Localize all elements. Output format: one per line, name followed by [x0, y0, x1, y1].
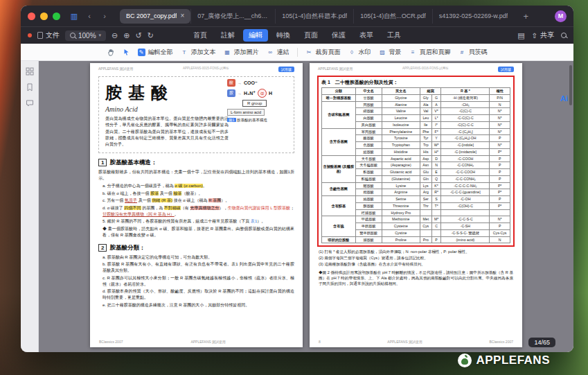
table-cell: -C-[C₆H₅] — [441, 128, 490, 135]
zoom-out-button[interactable]: ⊖ — [112, 32, 118, 40]
table-cell: -C-C(C)-C — [441, 115, 490, 122]
tool-button[interactable]: ✂裁剪頁面 — [305, 48, 341, 57]
document-tab[interactable]: 105(1-4)自然...OCR.pdf — [353, 9, 432, 24]
list-item: b. 碳在 α 端上，各接一個 胺基 及一個 羧基（酸基）。 — [103, 191, 294, 197]
section-lead: 胺基酸種類雖多，但有共同的基本構造：先畫一個十字，記住骨架在四個端點上排列的基本… — [98, 169, 294, 182]
table-cell: Y — [431, 135, 441, 142]
trial-badge: 試用版 — [498, 67, 514, 72]
ribbon-tab-註解[interactable]: 註解 — [215, 29, 240, 42]
table-cell: -C-C-COOH — [441, 169, 490, 176]
amino-acid-diagram: 酸 → COO⁻ 胺 → H₃N⁺ α H R group L-form am — [227, 79, 291, 123]
tool-button[interactable]: ▨背景 — [379, 48, 402, 57]
table-cell: -C-C-C-[guanidine] — [441, 189, 490, 196]
arrow-icon: → — [238, 81, 242, 85]
document-tab[interactable]: s41392-025-02269-w.pdf — [432, 9, 515, 24]
table-cell: C — [431, 223, 441, 230]
user-avatar[interactable]: M — [555, 10, 567, 22]
section1-list: a. 分子構造的中心為一個碳原子，稱為 α 碳 (α carbon)。b. 碳在… — [103, 183, 294, 238]
ribbon-tab-表單[interactable]: 表單 — [354, 29, 379, 42]
table-cell: (imino acid) — [441, 236, 490, 243]
sidebar-toggle-icon[interactable]: ▥ — [69, 10, 80, 21]
pdf-page-right[interactable]: APPLEFANS 測試使用 APPLEFANS-0016-FONS-試用版 試… — [310, 63, 522, 347]
ribbon-tab-首頁[interactable]: 首頁 — [188, 29, 213, 42]
tool-button[interactable]: ▦添加圖片 — [224, 48, 259, 57]
section2-list: a. 胺基酸由 R 基團決定它的化學構造可知，可分為數大類。b. 胺基酸 R 基… — [103, 254, 294, 308]
tab-label: BC 2007_copy.pdf — [126, 12, 177, 19]
tool-button[interactable]: #貝茨碼 — [458, 48, 488, 57]
table-cell: 甲硫胺酸 — [355, 216, 382, 223]
intro-paragraph: 蛋白質為構成生命物質的基本單位。蛋白質是生物體內最重要的活性分子，舉凡催化反應的… — [105, 116, 229, 148]
table-cell: Histidine — [382, 148, 420, 155]
forward-icon[interactable]: › — [99, 10, 110, 21]
table-header: 中文名 — [355, 88, 382, 95]
table-cell: Leu — [420, 115, 431, 122]
tool-button[interactable]: T添加文本 — [181, 48, 216, 57]
minimize-window-button[interactable] — [40, 12, 48, 20]
tool-button[interactable]: ✎編輯全部 — [138, 48, 173, 57]
table-cell: P — [490, 162, 510, 169]
zoom-window-button[interactable] — [53, 12, 60, 20]
close-window-button[interactable] — [28, 12, 35, 20]
share-button[interactable]: ⇧ 共享 — [532, 30, 554, 40]
acid-label: 酸 — [227, 79, 235, 87]
search-icon[interactable] — [561, 32, 567, 40]
rotate-left-button[interactable]: ↺ — [136, 32, 142, 40]
list-item: c. 另有一個 氫原子 及一個 側鏈 (R 基) 接在 α 碳上（稱為 R 基團… — [103, 198, 294, 204]
tab-close-icon[interactable]: × — [180, 12, 184, 19]
select-tool-button[interactable] — [123, 49, 130, 56]
zoom-control[interactable]: 100% ▾ — [65, 30, 106, 41]
annotations-icon[interactable] — [26, 99, 34, 107]
table-cell: N* — [490, 115, 510, 122]
table-cell: 丙胺酸 — [355, 101, 382, 108]
rotate-right-button[interactable]: ↻ — [148, 32, 154, 40]
ribbon-tab-工具[interactable]: 工具 — [382, 29, 407, 42]
tool-button[interactable]: ≡頁眉和頁腳 — [409, 48, 451, 57]
table-header: 英文名 — [382, 88, 420, 95]
page-layout-icon[interactable]: ▤ — [517, 32, 524, 40]
table-cell: Tyr — [420, 135, 431, 142]
page-indicator[interactable]: 14/65 — [528, 338, 555, 347]
list-item: d. α 碳接了 四個不同 的基團，為 不對稱碳（有 光學異構物之分），生物蛋白… — [103, 205, 294, 218]
toolbar-divider — [297, 48, 298, 57]
table-cell: P* — [490, 189, 510, 196]
ribbon-tab-頁面[interactable]: 頁面 — [299, 29, 323, 42]
document-tab[interactable]: 07_廣修化學上...__ch6.pdf — [190, 9, 275, 24]
status-dot-icon — [28, 33, 32, 37]
table-cell: Gly — [420, 94, 431, 101]
zoom-in-button[interactable]: ⊕ — [123, 32, 130, 40]
tool-button[interactable]: ∞連結 — [267, 48, 289, 57]
ribbon-tab-保護[interactable]: 保護 — [326, 29, 351, 42]
applefans-watermark: APPLEFANS — [458, 354, 550, 367]
figure2-note: ◆圖 2 係特殊設計用來說明胺基酸在 pH 7 時解離的情況，不是代謝途徑，請特… — [319, 270, 513, 287]
table-cell: 組胺酸 — [355, 148, 382, 155]
amino-acid-table: 分類中文名英文名縮寫R 基 *極性 唯一對稱胺基酸甘胺酸GlycineGlyG-… — [321, 87, 510, 243]
thumbnails-icon[interactable] — [26, 67, 34, 76]
table-cell: P — [490, 223, 510, 230]
table-cell — [420, 229, 431, 236]
add-text-icon: T — [181, 49, 188, 56]
tool-button[interactable]: ◊水印 — [348, 48, 371, 57]
table-cell: 天冬胺酸 — [355, 155, 382, 162]
table-row: 含碳和氫基團丙胺酸AlanineAlaA-CH₃N — [322, 101, 510, 108]
hand-tool-button[interactable] — [107, 49, 115, 56]
back-icon[interactable]: ‹ — [84, 10, 95, 21]
table-cell: -C-OH — [441, 196, 490, 203]
bookmark-icon[interactable] — [26, 83, 34, 91]
document-tab[interactable]: 105(1-4)自然科題本.pdf — [275, 9, 353, 24]
table-cell: N* — [490, 216, 510, 223]
table-cell: Ile — [420, 121, 431, 128]
table-cell: N — [431, 162, 441, 169]
scrollbar-thumb[interactable] — [569, 65, 572, 105]
ribbon-tab-轉換[interactable]: 轉換 — [271, 29, 296, 42]
table-cell: Proline — [382, 236, 420, 243]
table-cell: (Asparagine) — [382, 162, 420, 169]
pdf-page-left[interactable]: APPLEFANS 測試使用 APPLEFANS-0015-FONS-試用版 試… — [90, 63, 303, 347]
file-menu-button[interactable]: 文件 — [37, 30, 60, 40]
table-group-cell: 含碳和氫基團 — [322, 101, 356, 128]
ribbon-tab-編輯[interactable]: 編輯 — [243, 29, 268, 42]
new-tab-button[interactable]: + — [518, 11, 533, 21]
table-notes: (1) 打有 * 者是人類的必需胺基酸，須由外界攝取；N: non-polar … — [319, 249, 513, 267]
document-tab[interactable]: BC 2007_copy.pdf× — [120, 9, 190, 24]
page-header: APPLEFANS 測試使用 APPLEFANS-0016-FONS-試用版 試… — [310, 63, 522, 72]
ai-assistant-button[interactable]: Ai — [560, 94, 568, 103]
